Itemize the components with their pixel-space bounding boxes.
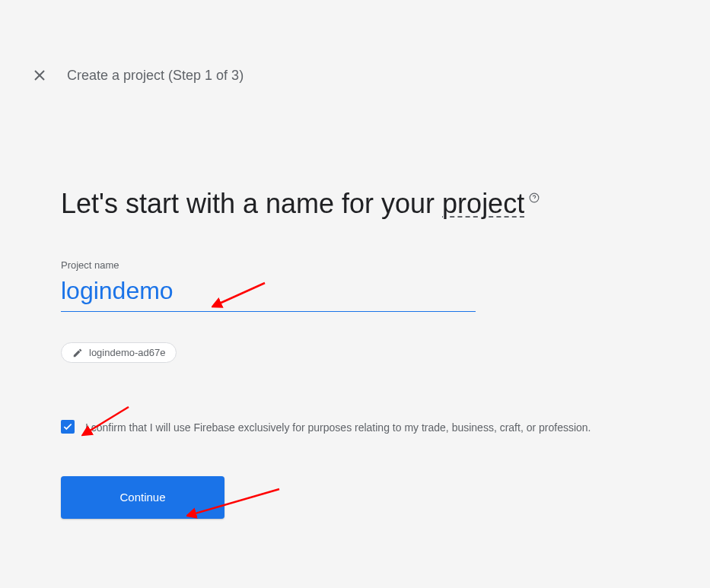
project-word[interactable]: project bbox=[442, 188, 524, 219]
header: Create a project (Step 1 of 3) bbox=[0, 57, 710, 94]
project-id-chip[interactable]: logindemo-ad67e bbox=[61, 342, 177, 363]
heading-prefix: Let's start with a name for your bbox=[61, 188, 442, 219]
page-heading: Let's start with a name for your project bbox=[61, 185, 649, 223]
checkmark-icon bbox=[62, 421, 73, 432]
continue-button[interactable]: Continue bbox=[61, 476, 224, 519]
confirmation-checkbox[interactable] bbox=[61, 420, 75, 434]
project-name-group: Project name bbox=[61, 259, 476, 312]
content: Let's start with a name for your project… bbox=[0, 185, 710, 519]
confirmation-text: I confirm that I will use Firebase exclu… bbox=[85, 419, 591, 436]
help-icon[interactable] bbox=[526, 193, 540, 205]
confirmation-row: I confirm that I will use Firebase exclu… bbox=[61, 419, 594, 436]
project-name-input[interactable] bbox=[61, 274, 476, 312]
project-name-label: Project name bbox=[61, 259, 476, 271]
header-title: Create a project (Step 1 of 3) bbox=[67, 68, 244, 84]
close-icon[interactable] bbox=[30, 66, 49, 84]
project-id-text: logindemo-ad67e bbox=[89, 347, 165, 358]
pencil-icon bbox=[72, 348, 83, 358]
